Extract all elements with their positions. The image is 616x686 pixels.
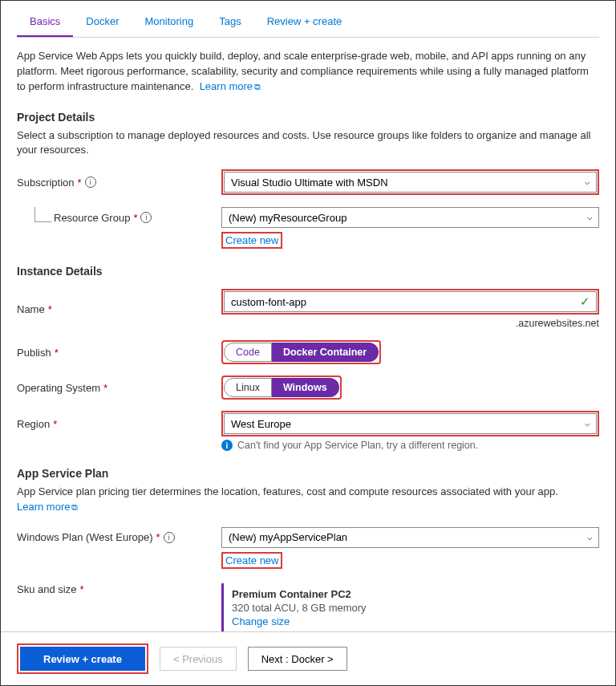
subscription-select[interactable]: [224, 172, 597, 193]
app-service-plan-heading: App Service Plan: [17, 467, 599, 480]
sku-block: Premium Container PC2 320 total ACU, 8 G…: [221, 583, 599, 631]
review-create-button[interactable]: Review + create: [20, 647, 145, 671]
sku-title: Premium Container PC2: [232, 588, 591, 600]
resource-group-select[interactable]: [221, 207, 599, 228]
create-new-plan-link[interactable]: Create new: [224, 553, 280, 568]
footer-bar: Review + create < Previous Next : Docker…: [1, 631, 615, 685]
instance-details-heading: Instance Details: [17, 265, 599, 278]
app-service-plan-select[interactable]: [221, 527, 599, 548]
external-link-icon: ⧉: [71, 502, 78, 512]
tab-bar: Basics Docker Monitoring Tags Review + c…: [17, 7, 599, 38]
create-new-rg-link[interactable]: Create new: [224, 233, 280, 248]
external-link-icon: ⧉: [254, 82, 261, 91]
region-select[interactable]: [224, 413, 597, 434]
resource-group-label: Resource Group* i: [17, 212, 221, 224]
subscription-label: Subscription* i: [17, 177, 221, 189]
previous-button: < Previous: [160, 647, 237, 671]
change-size-link[interactable]: Change size: [232, 615, 290, 627]
windows-plan-label: Windows Plan (West Europe)* i: [17, 531, 221, 543]
os-windows-option[interactable]: Windows: [272, 378, 339, 397]
region-label: Region*: [17, 418, 221, 430]
plan-desc: App Service plan pricing tier determines…: [17, 485, 599, 515]
region-hint-text: Can't find your App Service Plan, try a …: [237, 440, 478, 451]
info-icon: i: [221, 440, 233, 451]
plan-learn-more-link[interactable]: Learn more⧉: [17, 501, 78, 513]
publish-docker-option[interactable]: Docker Container: [272, 343, 379, 362]
project-details-heading: Project Details: [17, 111, 599, 124]
publish-label: Publish*: [17, 347, 221, 359]
checkmark-icon: ✓: [580, 294, 590, 309]
os-linux-option[interactable]: Linux: [224, 378, 272, 397]
name-input[interactable]: [224, 291, 597, 312]
tab-review[interactable]: Review + create: [254, 7, 355, 37]
info-icon[interactable]: i: [164, 532, 175, 543]
info-icon[interactable]: i: [85, 177, 96, 188]
publish-code-option[interactable]: Code: [224, 343, 272, 362]
sku-label: Sku and size*: [17, 583, 221, 595]
learn-more-link[interactable]: Learn more⧉: [200, 80, 261, 92]
tab-basics[interactable]: Basics: [17, 7, 73, 37]
domain-suffix: .azurewebsites.net: [221, 318, 599, 329]
sku-sub: 320 total ACU, 8 GB memory: [232, 602, 591, 614]
tab-monitoring[interactable]: Monitoring: [132, 7, 206, 37]
name-label: Name*: [17, 303, 221, 315]
info-icon[interactable]: i: [140, 212, 152, 223]
intro-text: App Service Web Apps lets you quickly bu…: [17, 49, 599, 95]
tab-tags[interactable]: Tags: [206, 7, 253, 37]
next-button[interactable]: Next : Docker >: [248, 647, 347, 671]
tab-docker[interactable]: Docker: [73, 7, 132, 37]
os-label: Operating System*: [17, 382, 221, 394]
project-details-desc: Select a subscription to manage deployed…: [17, 128, 599, 159]
publish-toggle: Code Docker Container: [224, 343, 379, 362]
os-toggle: Linux Windows: [224, 378, 339, 397]
